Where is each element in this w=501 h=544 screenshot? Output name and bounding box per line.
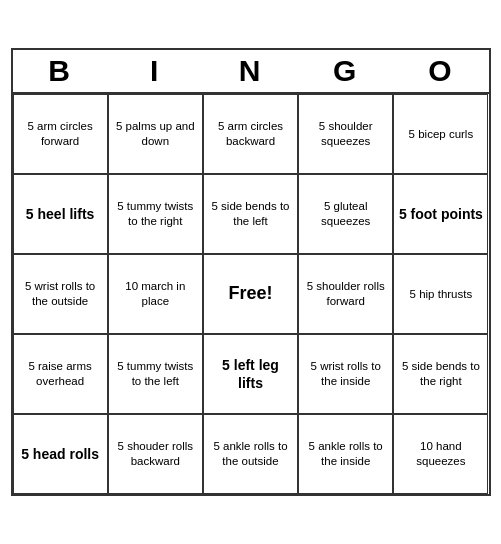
bingo-grid: 5 arm circles forward5 palms up and down… — [13, 92, 489, 494]
bingo-cell-22[interactable]: 5 ankle rolls to the outside — [203, 414, 298, 494]
header-letter: N — [203, 50, 298, 92]
bingo-cell-1[interactable]: 5 palms up and down — [108, 94, 203, 174]
bingo-header: BINGO — [13, 50, 489, 92]
bingo-cell-5[interactable]: 5 heel lifts — [13, 174, 108, 254]
bingo-card: BINGO 5 arm circles forward5 palms up an… — [11, 48, 491, 496]
bingo-cell-8[interactable]: 5 gluteal squeezes — [298, 174, 393, 254]
bingo-cell-13[interactable]: 5 shoulder rolls forward — [298, 254, 393, 334]
bingo-cell-11[interactable]: 10 march in place — [108, 254, 203, 334]
bingo-cell-20[interactable]: 5 head rolls — [13, 414, 108, 494]
bingo-cell-12[interactable]: Free! — [203, 254, 298, 334]
bingo-cell-14[interactable]: 5 hip thrusts — [393, 254, 488, 334]
header-letter: O — [393, 50, 488, 92]
header-letter: G — [298, 50, 393, 92]
bingo-cell-16[interactable]: 5 tummy twists to the left — [108, 334, 203, 414]
bingo-cell-4[interactable]: 5 bicep curls — [393, 94, 488, 174]
bingo-cell-10[interactable]: 5 wrist rolls to the outside — [13, 254, 108, 334]
bingo-cell-24[interactable]: 10 hand squeezes — [393, 414, 488, 494]
header-letter: B — [13, 50, 108, 92]
bingo-cell-6[interactable]: 5 tummy twists to the right — [108, 174, 203, 254]
bingo-cell-3[interactable]: 5 shoulder squeezes — [298, 94, 393, 174]
bingo-cell-19[interactable]: 5 side bends to the right — [393, 334, 488, 414]
bingo-cell-15[interactable]: 5 raise arms overhead — [13, 334, 108, 414]
bingo-cell-0[interactable]: 5 arm circles forward — [13, 94, 108, 174]
bingo-cell-2[interactable]: 5 arm circles backward — [203, 94, 298, 174]
bingo-cell-18[interactable]: 5 wrist rolls to the inside — [298, 334, 393, 414]
bingo-cell-7[interactable]: 5 side bends to the left — [203, 174, 298, 254]
bingo-cell-17[interactable]: 5 left leg lifts — [203, 334, 298, 414]
bingo-cell-21[interactable]: 5 shouder rolls backward — [108, 414, 203, 494]
bingo-cell-23[interactable]: 5 ankle rolls to the inside — [298, 414, 393, 494]
bingo-cell-9[interactable]: 5 foot points — [393, 174, 488, 254]
header-letter: I — [108, 50, 203, 92]
